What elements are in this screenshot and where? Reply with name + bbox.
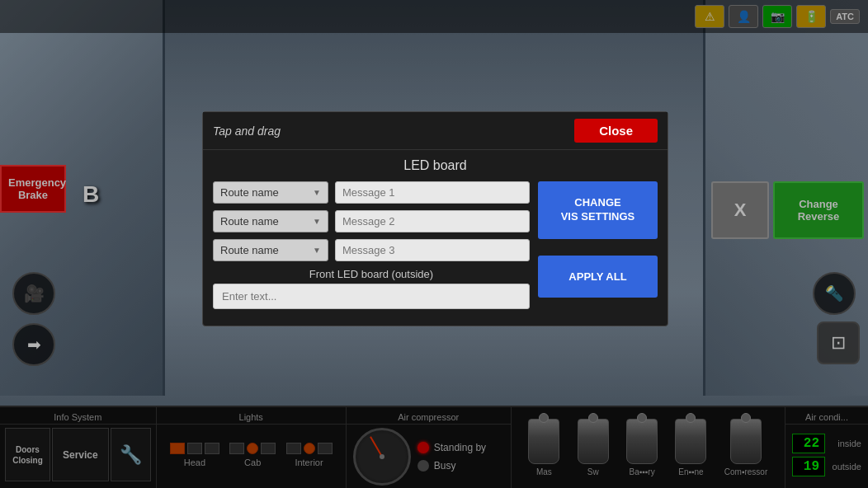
front-led-label: Front LED board (outside) bbox=[213, 268, 530, 280]
front-led-text-input[interactable] bbox=[213, 284, 530, 309]
form-row-1: Route name ▼ bbox=[213, 181, 530, 204]
form-area: Route name ▼ Route name ▼ Route name ▼ bbox=[213, 181, 530, 309]
modal-header: Tap and drag Close bbox=[203, 112, 668, 150]
apply-all-button[interactable]: APPLY ALL bbox=[538, 256, 658, 298]
message-input-2[interactable] bbox=[335, 210, 530, 232]
form-row-2: Route name ▼ bbox=[213, 210, 530, 232]
led-board-modal: Tap and drag Close LED board Route name … bbox=[202, 111, 668, 326]
modal-body: Route name ▼ Route name ▼ Route name ▼ bbox=[203, 181, 668, 309]
route-select-2[interactable]: Route name ▼ bbox=[213, 210, 328, 232]
close-button[interactable]: Close bbox=[574, 119, 658, 143]
change-vis-settings-button[interactable]: CHANGE VIS SETTINGS bbox=[538, 181, 658, 239]
form-row-3: Route name ▼ bbox=[213, 239, 530, 261]
modal-title: LED board bbox=[203, 150, 668, 181]
button-area: CHANGE VIS SETTINGS APPLY ALL bbox=[538, 181, 658, 309]
route-select-1[interactable]: Route name ▼ bbox=[213, 181, 328, 204]
message-input-1[interactable] bbox=[335, 181, 530, 204]
drag-label: Tap and drag bbox=[213, 124, 281, 138]
route-select-3[interactable]: Route name ▼ bbox=[213, 239, 328, 261]
message-input-3[interactable] bbox=[335, 239, 530, 261]
